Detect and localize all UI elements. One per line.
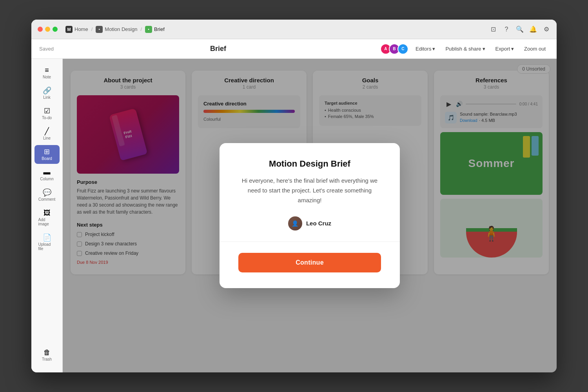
sidebar-item-trash[interactable]: 🗑 Trash <box>34 346 60 365</box>
sidebar-item-board[interactable]: ⊞ Board <box>34 145 60 164</box>
main-layout: ≡ Note 🔗 Link ☑ To-do ╱ Line ⊞ Board ▬ C… <box>31 59 557 372</box>
upload-file-icon: 📄 <box>43 234 51 241</box>
device-icon[interactable]: ⊡ <box>489 25 497 33</box>
motion-design-icon: ▪ <box>96 26 103 33</box>
sidebar-item-link[interactable]: 🔗 Link <box>34 84 60 103</box>
modal-body: Hi everyone, here's the final brief with… <box>238 176 381 205</box>
topbar: Saved Brief A B C Editors ▾ Publish & sh… <box>31 39 557 59</box>
titlebar: M Home / ▪ Motion Design / ▪ Brief ⊡ ? 🔍… <box>31 20 557 39</box>
modal-divider <box>220 241 400 242</box>
trash-icon: 🗑 <box>44 349 51 356</box>
link-icon: 🔗 <box>43 87 51 94</box>
add-image-icon: 🖼 <box>44 209 51 216</box>
author-avatar: 👤 <box>288 216 302 230</box>
help-icon[interactable]: ? <box>503 25 510 33</box>
author-name: Leo Cruz <box>306 220 331 227</box>
sidebar-item-upload-file[interactable]: 📄 Upload file <box>34 231 60 254</box>
line-icon: ╱ <box>45 128 49 135</box>
sidebar-item-note[interactable]: ≡ Note <box>34 64 60 82</box>
breadcrumb-brief[interactable]: ▪ Brief <box>145 26 165 33</box>
saved-status: Saved <box>39 46 54 52</box>
zoom-out-button[interactable]: Zoom out <box>521 44 549 53</box>
editors-button[interactable]: Editors ▾ <box>412 44 438 53</box>
modal-overlay: Motion Design Brief Hi everyone, here's … <box>63 59 557 372</box>
brief-label: Brief <box>154 26 165 32</box>
editors-avatars: A B C <box>383 44 408 54</box>
page-title: Brief <box>54 45 383 53</box>
breadcrumb-home[interactable]: M Home <box>65 26 88 33</box>
breadcrumb-sep-2: / <box>140 26 142 32</box>
modal-title: Motion Design Brief <box>238 159 381 169</box>
breadcrumb-sep-1: / <box>91 26 93 32</box>
sidebar-item-todo[interactable]: ☑ To-do <box>34 104 60 123</box>
sidebar-item-line[interactable]: ╱ Line <box>34 125 60 143</box>
comment-icon: 💬 <box>43 189 51 196</box>
sidebar-item-column[interactable]: ▬ Column <box>34 165 60 184</box>
traffic-lights <box>38 27 58 32</box>
motion-design-label: Motion Design <box>105 26 137 32</box>
brief-icon: ▪ <box>145 26 152 33</box>
continue-button[interactable]: Continue <box>238 253 381 272</box>
content-area: 0 Unsorted About the project 3 cards Fru… <box>63 59 557 372</box>
sidebar: ≡ Note 🔗 Link ☑ To-do ╱ Line ⊞ Board ▬ C… <box>31 59 63 372</box>
export-button[interactable]: Export ▾ <box>492 44 517 53</box>
column-icon: ▬ <box>44 169 51 176</box>
notification-icon[interactable]: 🔔 <box>529 25 537 33</box>
search-icon[interactable]: 🔍 <box>516 25 524 33</box>
publish-share-button[interactable]: Publish & share ▾ <box>442 44 488 53</box>
breadcrumb: M Home / ▪ Motion Design / ▪ Brief <box>65 26 165 33</box>
avatar-3: C <box>397 44 408 54</box>
breadcrumb-motion-design[interactable]: ▪ Motion Design <box>96 26 137 33</box>
note-icon: ≡ <box>45 67 49 74</box>
modal-dialog: Motion Design Brief Hi everyone, here's … <box>220 143 400 288</box>
sidebar-item-add-image[interactable]: 🖼 Add image <box>34 206 60 229</box>
titlebar-right: ⊡ ? 🔍 🔔 ⚙ <box>489 25 550 33</box>
sidebar-item-comment[interactable]: 💬 Comment <box>34 186 60 205</box>
todo-icon: ☑ <box>44 107 50 114</box>
close-button[interactable] <box>38 27 43 32</box>
topbar-right: A B C Editors ▾ Publish & share ▾ Export… <box>383 44 549 54</box>
maximize-button[interactable] <box>53 27 58 32</box>
minimize-button[interactable] <box>45 27 50 32</box>
settings-icon[interactable]: ⚙ <box>543 25 550 33</box>
modal-author: 👤 Leo Cruz <box>238 216 381 230</box>
home-icon: M <box>65 26 73 33</box>
board-icon: ⊞ <box>44 148 50 155</box>
home-label: Home <box>74 26 88 32</box>
